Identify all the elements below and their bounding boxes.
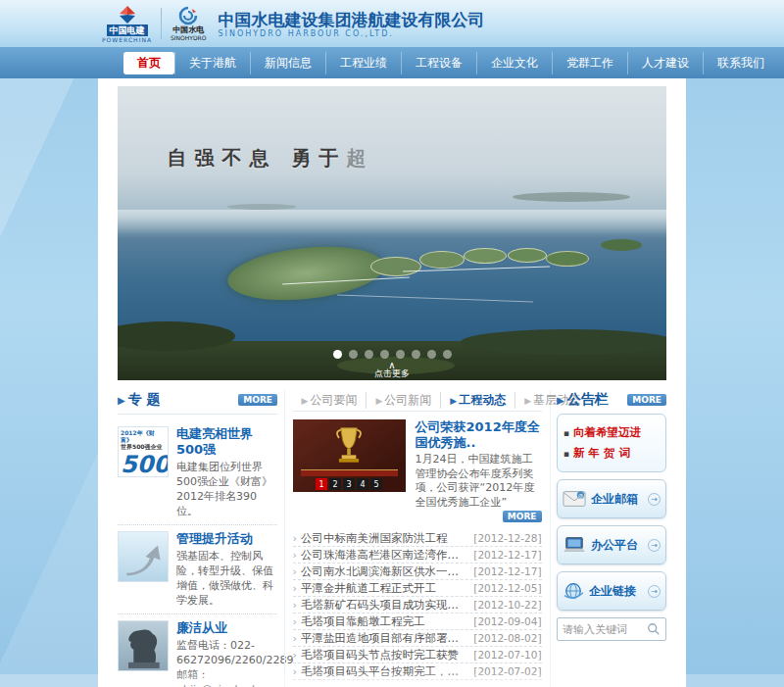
content-card: 自强不息 勇于超 ∧ 点击更多 ▶专 题 MORE 2012年《财富》 世界50… <box>98 78 686 687</box>
nav-item[interactable]: 联系我们 <box>703 52 778 74</box>
bullet-icon: › <box>293 549 297 562</box>
sinohydro-logo-sub: SINOHYDRO <box>171 34 206 41</box>
enterprise-mail-button[interactable]: @ 企业邮箱 → <box>557 479 666 518</box>
banner-island <box>419 251 465 269</box>
site-subtitle: SINOHYDRO HARBOUR CO.,LTD. <box>218 29 484 38</box>
news-item-title: 毛塔项目码头节点按时完工获赞 <box>301 648 467 662</box>
laptop-icon <box>563 536 586 554</box>
carousel-dot[interactable] <box>349 350 358 359</box>
main-nav: 首页 关于港航 新闻信息 工程业绩 工程设备 企业文化 党群工作 人才建设 联系… <box>0 47 784 78</box>
banner-island <box>464 248 507 264</box>
news-item-title: 公司中标南美洲国家防洪工程 <box>301 531 467 546</box>
bullet-icon: › <box>293 649 297 662</box>
divider <box>118 414 277 415</box>
pager-number[interactable]: 2 <box>329 478 341 490</box>
topic-title[interactable]: 廉洁从业 <box>176 620 277 636</box>
carousel-dot[interactable] <box>333 350 342 359</box>
news-item[interactable]: › 毛塔项目靠船墩工程完工 [2012-09-04] <box>293 613 542 630</box>
news-tab[interactable]: ▶工程动态 <box>440 392 514 409</box>
nav-item[interactable]: 新闻信息 <box>250 52 325 74</box>
search-icon[interactable] <box>647 622 661 636</box>
pager-number[interactable]: 4 <box>357 478 368 490</box>
nav-item[interactable]: 党群工作 <box>552 52 627 74</box>
nav-item[interactable]: 人才建设 <box>627 52 703 74</box>
office-platform-button[interactable]: 办公平台 → <box>557 525 666 564</box>
upward-arrow-icon <box>122 535 165 578</box>
topic-thumb-500[interactable]: 2012年《财富》 世界500强企业 500 <box>118 426 169 477</box>
logo-divider <box>161 8 162 39</box>
quick-link-label: 企业链接 <box>589 583 643 600</box>
news-item[interactable]: › 公司珠海港高栏港区南迳湾作业区铁炉湾防波.. [2012-12-17] <box>293 547 542 564</box>
banner-slogan: 自强不息 勇于超 <box>167 145 373 172</box>
news-item-date: [2012-08-02] <box>473 632 541 644</box>
carousel-dot[interactable] <box>443 350 452 359</box>
news-item-date: [2012-12-17] <box>473 565 541 577</box>
news-item-title: 公司珠海港高栏港区南迳湾作业区铁炉湾防波.. <box>301 548 467 563</box>
news-item[interactable]: › 毛塔新矿石码头项目成功实现首次靠船卸货作.. [2012-10-22] <box>293 597 542 613</box>
carousel-dot[interactable] <box>380 350 389 359</box>
news-item-title: 平潭盐田造地项目部有序部署防台风工作 <box>301 631 467 646</box>
nav-item[interactable]: 首页 <box>123 52 174 74</box>
news-item-title: 公司南水北调滨海新区供水一期工程大管径长.. <box>301 564 467 579</box>
featured-news-image[interactable]: 12345 <box>293 419 406 492</box>
topic-title[interactable]: 管理提升活动 <box>176 531 277 547</box>
marker-icon: ▶ <box>524 396 531 406</box>
banner-slogan-fade: 超 <box>346 146 373 170</box>
news-item[interactable]: › 公司南水北调滨海新区供水一期工程大管径长.. [2012-12-17] <box>293 564 542 580</box>
announcement-header: ▶公告栏 <box>557 391 609 409</box>
carousel-dots <box>118 350 666 359</box>
carousel-dot[interactable] <box>396 350 405 359</box>
news-item[interactable]: › 毛塔项目码头节点按时完工获赞 [2012-07-10] <box>293 647 542 663</box>
news-item-date: [2012-10-22] <box>473 599 541 611</box>
topic-thumb-lion[interactable] <box>118 620 169 671</box>
announcement-link[interactable]: ▪向着希望迈进 <box>564 422 660 443</box>
arrow-circle-icon: → <box>648 539 661 552</box>
nav-item[interactable]: 工程设备 <box>401 52 476 74</box>
announcement-column: ▶公告栏 MORE ▪向着希望迈进 ▪新 年 贺 词 @ 企业邮箱 → <box>557 390 666 687</box>
news-tab[interactable]: ▶公司新闻 <box>366 392 440 409</box>
carousel-dot[interactable] <box>427 350 436 359</box>
topic-title[interactable]: 电建亮相世界500强 <box>176 426 277 458</box>
topics-more-button[interactable]: MORE <box>238 394 277 406</box>
carousel-dot[interactable] <box>365 350 373 359</box>
powerchina-logo-name: 中国电建 <box>107 25 148 36</box>
bullet-icon: › <box>293 599 297 612</box>
sinohydro-swirl-icon <box>178 6 198 25</box>
arrow-circle-icon: → <box>648 493 661 506</box>
news-item-date: [2012-09-04] <box>473 615 541 627</box>
pager-number[interactable]: 3 <box>343 478 355 490</box>
carousel-dot[interactable] <box>412 350 420 359</box>
quick-link-label: 办公平台 <box>591 537 643 554</box>
news-item[interactable]: › 平潭盐田造地项目部有序部署防台风工作 [2012-08-02] <box>293 630 542 647</box>
thumb-500-line2: 世界500强企业 <box>121 443 166 450</box>
announcement-more-button[interactable]: MORE <box>627 394 666 406</box>
announcement-link[interactable]: ▪新 年 贺 词 <box>564 443 660 464</box>
hero-banner[interactable]: 自强不息 勇于超 ∧ 点击更多 <box>118 86 666 380</box>
marker-icon: ▶ <box>375 396 382 406</box>
topic-thumb-arrow[interactable] <box>118 531 169 582</box>
nav-item[interactable]: 工程业绩 <box>325 52 401 74</box>
news-item[interactable]: › 平潭金井航道工程正式开工 [2012-12-05] <box>293 580 542 597</box>
featured-more-button[interactable]: MORE <box>503 511 542 522</box>
featured-news: 12345 公司荣获2012年度全国优秀施.. 1月24日，中国建筑施工管理协会… <box>293 412 542 528</box>
bottom-band <box>0 674 784 687</box>
news-tabs: ▶公司要闻 ▶公司新闻 ▶工程动态 ▶基层动态 <box>293 390 542 412</box>
news-item-title: 毛塔项目靠船墩工程完工 <box>301 614 467 629</box>
news-tab[interactable]: ▶公司要闻 <box>293 392 367 409</box>
search-input[interactable] <box>563 623 647 636</box>
banner-more-button[interactable]: ∧ 点击更多 <box>118 362 666 378</box>
news-item[interactable]: › 公司中标南美洲国家防洪工程 [2012-12-28] <box>293 530 542 547</box>
trophy-icon <box>332 425 366 470</box>
nav-item[interactable]: 企业文化 <box>476 52 552 74</box>
featured-pager: 12345 <box>316 478 382 490</box>
nav-item[interactable]: 关于港航 <box>174 52 250 74</box>
news-item-date: [2012-07-10] <box>473 649 541 661</box>
pager-number[interactable]: 1 <box>316 478 327 490</box>
bullet-icon: › <box>293 532 297 545</box>
news-column: ▶公司要闻 ▶公司新闻 ▶工程动态 ▶基层动态 <box>284 390 551 687</box>
pager-number[interactable]: 5 <box>370 478 382 490</box>
enterprise-links-button[interactable]: 企业链接 → <box>557 571 666 611</box>
banner-island <box>546 251 589 267</box>
featured-news-title[interactable]: 公司荣获2012年度全国优秀施.. <box>416 419 542 451</box>
banner-island <box>513 192 630 202</box>
